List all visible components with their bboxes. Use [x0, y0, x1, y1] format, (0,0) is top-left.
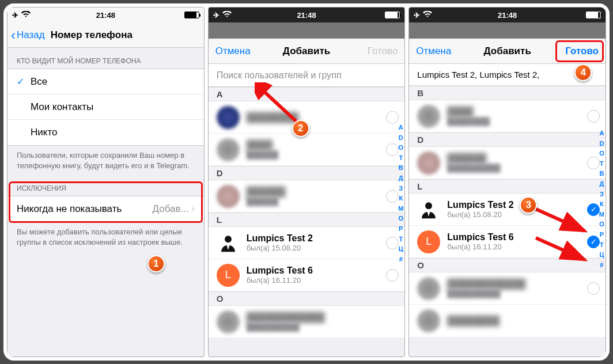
contact-row[interactable]: ████ ██████: [209, 134, 405, 166]
option-everyone[interactable]: ✓ Все: [7, 69, 204, 94]
alpha-index-letter[interactable]: О: [599, 219, 604, 230]
alpha-index-letter[interactable]: В: [398, 163, 403, 173]
airplane-icon: ✈: [213, 11, 220, 20]
alpha-index-letter[interactable]: D: [599, 139, 604, 149]
contact-name: ████: [247, 140, 383, 150]
done-button[interactable]: Готово: [558, 46, 606, 57]
alpha-index-letter[interactable]: A: [599, 128, 604, 139]
status-bar: ✈ 21:48: [7, 7, 204, 22]
alpha-index[interactable]: ADOTВДЗКМОРТЦ#: [599, 128, 604, 270]
alpha-index-letter[interactable]: М: [398, 204, 403, 214]
select-circle[interactable]: [386, 190, 399, 203]
alpha-index-letter[interactable]: Т: [398, 234, 403, 245]
option-contacts[interactable]: Мои контакты: [7, 94, 204, 120]
index-a: A: [209, 87, 405, 101]
contact-status: был(а) 15.08.20: [447, 210, 584, 219]
alpha-index-letter[interactable]: В: [599, 169, 604, 179]
contact-lumpics-2[interactable]: Lumpics Test 2 был(а) 15.08.20 ✓: [409, 194, 606, 226]
avatar: [417, 151, 440, 175]
alpha-index-letter[interactable]: Р: [599, 230, 604, 240]
alpha-index-letter[interactable]: Т: [599, 240, 604, 251]
search-input[interactable]: Поиск пользователей и групп: [209, 64, 405, 87]
avatar: [217, 310, 240, 333]
back-button[interactable]: ‹ Назад: [7, 27, 48, 43]
select-circle[interactable]: [386, 111, 399, 124]
avatar: [417, 277, 440, 300]
contact-name: ██████: [247, 187, 383, 197]
contact-row[interactable]: ████ ████████: [409, 100, 606, 132]
chevron-right-icon: ›: [191, 203, 195, 215]
contact-row[interactable]: ██████ ██████: [209, 180, 405, 213]
alpha-index-letter[interactable]: D: [398, 133, 403, 143]
chevron-left-icon: ‹: [11, 27, 16, 43]
option-label: Никто: [31, 127, 57, 138]
select-circle[interactable]: [386, 269, 399, 282]
contact-lumpics-6[interactable]: L Lumpics Test 6 был(а) 16.11.20 ✓: [409, 226, 606, 258]
alpha-index-letter[interactable]: Д: [398, 173, 403, 184]
alpha-index-letter[interactable]: Ц: [398, 244, 403, 255]
alpha-index-letter[interactable]: М: [599, 210, 604, 220]
contact-row[interactable]: ████████: [409, 305, 606, 337]
sheet-nav: Отмена Добавить Готово: [409, 39, 606, 64]
footer-note-exceptions: Вы можете добавить пользователей или цел…: [7, 222, 204, 252]
select-circle[interactable]: [386, 237, 399, 249]
alpha-index-letter[interactable]: O: [599, 149, 604, 159]
never-show-label: Никогда не показывать: [17, 203, 122, 215]
alpha-index-letter[interactable]: A: [398, 123, 403, 133]
alpha-index-letter[interactable]: Д: [599, 179, 604, 189]
alpha-index-letter[interactable]: #: [599, 260, 604, 271]
select-circle-checked[interactable]: ✓: [587, 203, 600, 216]
contact-row[interactable]: ██████ ██████████: [409, 147, 606, 179]
checkmark-icon: ✓: [17, 76, 31, 87]
select-circle[interactable]: [386, 143, 399, 156]
battery-icon: [184, 12, 199, 18]
index-l: L: [409, 179, 606, 194]
contact-row[interactable]: ████████████ ██████████: [409, 272, 606, 305]
alpha-index-letter[interactable]: К: [398, 194, 403, 204]
status-time: 21:48: [297, 11, 316, 20]
svg-point-2: [425, 202, 432, 209]
cancel-button[interactable]: Отмена: [209, 46, 258, 57]
select-circle[interactable]: [587, 282, 600, 295]
cancel-button[interactable]: Отмена: [409, 46, 458, 57]
alpha-index-letter[interactable]: З: [398, 184, 403, 194]
wifi-icon: [21, 11, 31, 20]
never-show-row[interactable]: Никогда не показывать Добав... ›: [7, 196, 204, 222]
contact-lumpics-6[interactable]: L Lumpics Test 6 был(а) 16.11.20: [209, 259, 405, 291]
alpha-index-letter[interactable]: З: [599, 189, 604, 200]
alpha-index-letter[interactable]: T: [398, 153, 403, 164]
contact-name: ████████████: [447, 279, 584, 289]
alpha-index-letter[interactable]: О: [398, 214, 403, 224]
section-header-exceptions: ИСКЛЮЧЕНИЯ: [7, 175, 204, 196]
status-bar: ✈ 21:48: [409, 7, 606, 22]
alpha-index-letter[interactable]: Ц: [599, 250, 604, 260]
avatar: [217, 138, 240, 161]
search-placeholder: Поиск пользователей и групп: [217, 70, 342, 81]
option-label: Все: [31, 76, 47, 88]
contact-name: Lumpics Test 6: [447, 232, 584, 242]
select-circle-checked[interactable]: ✓: [587, 236, 600, 248]
done-button[interactable]: Готово: [361, 46, 405, 57]
airplane-icon: ✈: [12, 11, 18, 20]
battery-icon: [385, 12, 400, 18]
avatar: [417, 105, 440, 128]
alpha-index-letter[interactable]: Р: [398, 224, 403, 234]
contact-row[interactable]: ████████████ ██████████: [209, 306, 405, 338]
alpha-index-letter[interactable]: #: [398, 255, 403, 265]
option-nobody[interactable]: Никто: [7, 120, 204, 145]
footer-note-visibility: Пользователи, которые сохранили Ваш номе…: [7, 146, 204, 175]
contact-name: Lumpics Test 2: [447, 200, 584, 210]
alpha-index-letter[interactable]: O: [398, 143, 403, 153]
select-circle[interactable]: [587, 157, 600, 169]
avatar: [217, 106, 240, 129]
contact-lumpics-2[interactable]: Lumpics Test 2 был(а) 15.08.20: [209, 227, 405, 259]
avatar-suit: [217, 232, 240, 255]
contact-status: был(а) 15.08.20: [247, 244, 383, 252]
alpha-index-letter[interactable]: T: [599, 159, 604, 169]
alpha-index[interactable]: ADOTВДЗКМОРТЦ#: [398, 123, 403, 264]
avatar-suit: [417, 198, 440, 221]
alpha-index-letter[interactable]: К: [599, 199, 604, 210]
select-circle[interactable]: [587, 110, 600, 123]
index-l: L: [209, 213, 405, 227]
sheet-nav: Отмена Добавить Готово: [209, 39, 405, 64]
